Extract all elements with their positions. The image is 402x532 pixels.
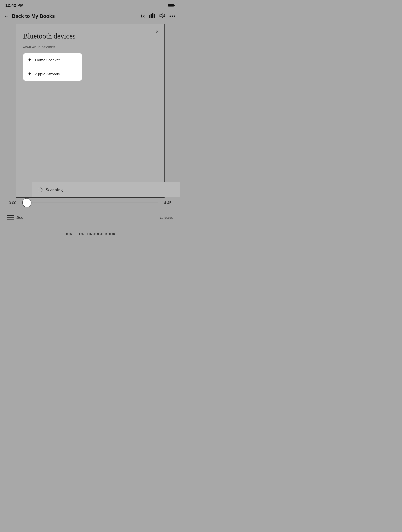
progress-row: 0:00 14:45: [0, 198, 180, 207]
dialog-title: Bluetooth devices: [23, 32, 157, 40]
bookmarks-button[interactable]: Boo: [7, 215, 23, 220]
bluetooth-icon-1: ✦: [28, 57, 32, 63]
progress-slider[interactable]: [22, 198, 158, 207]
device-item-apple-airpods[interactable]: ✦ Apple Airpods: [23, 67, 82, 81]
connected-label: nnected: [160, 215, 173, 220]
status-bar: 12:42 PM: [0, 0, 180, 10]
speed-button[interactable]: 1x: [140, 14, 145, 18]
device-list: ✦ Home Speaker ✦ Apple Airpods: [23, 53, 82, 81]
time-start: 0:00: [9, 201, 22, 205]
svg-rect-5: [152, 13, 153, 18]
back-arrow-icon[interactable]: ←: [4, 13, 9, 19]
main-area: × Bluetooth devices AVAILABLE DEVICES ✦ …: [0, 24, 180, 240]
device-name-2: Apple Airpods: [35, 71, 60, 76]
chapters-icon[interactable]: [149, 13, 155, 19]
status-time: 12:42 PM: [5, 3, 24, 8]
close-button[interactable]: ×: [155, 29, 159, 34]
section-label: AVAILABLE DEVICES: [23, 46, 157, 51]
svg-rect-2: [168, 4, 174, 6]
list-icon: [7, 215, 14, 220]
volume-icon[interactable]: [159, 13, 166, 19]
progress-track: [32, 203, 158, 203]
nav-actions: 1x •••: [140, 13, 176, 19]
footer-progress: DUNE · 1% THROUGH BOOK: [0, 232, 180, 236]
time-end: 14:45: [158, 201, 171, 205]
dialog-bottom-bar: Scanning...: [32, 182, 180, 197]
scanning-text: Scanning...: [46, 187, 66, 192]
bluetooth-dialog: × Bluetooth devices AVAILABLE DEVICES ✦ …: [16, 24, 165, 198]
bluetooth-icon-2: ✦: [28, 71, 32, 77]
svg-rect-4: [150, 14, 152, 18]
svg-rect-6: [154, 14, 155, 18]
device-name-1: Home Speaker: [35, 57, 60, 63]
svg-rect-1: [174, 5, 175, 6]
progress-knob[interactable]: [22, 198, 32, 207]
svg-marker-7: [160, 14, 163, 18]
bottom-toolbar: Boo nnected: [0, 210, 180, 225]
svg-rect-3: [149, 15, 150, 18]
more-button[interactable]: •••: [169, 14, 176, 19]
nav-title: Back to My Books: [12, 13, 55, 19]
bookmarks-label: Boo: [17, 215, 23, 220]
battery-icon: [168, 3, 175, 7]
nav-bar: ← Back to My Books 1x •••: [0, 10, 180, 24]
scanning-spinner-icon: [37, 187, 43, 193]
device-item-home-speaker[interactable]: ✦ Home Speaker: [23, 53, 82, 67]
